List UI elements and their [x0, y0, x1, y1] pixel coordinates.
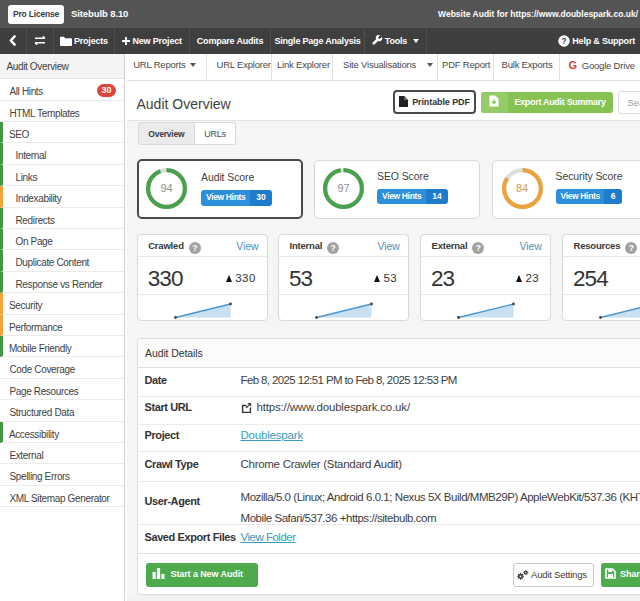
- svg-text:?: ?: [562, 35, 567, 45]
